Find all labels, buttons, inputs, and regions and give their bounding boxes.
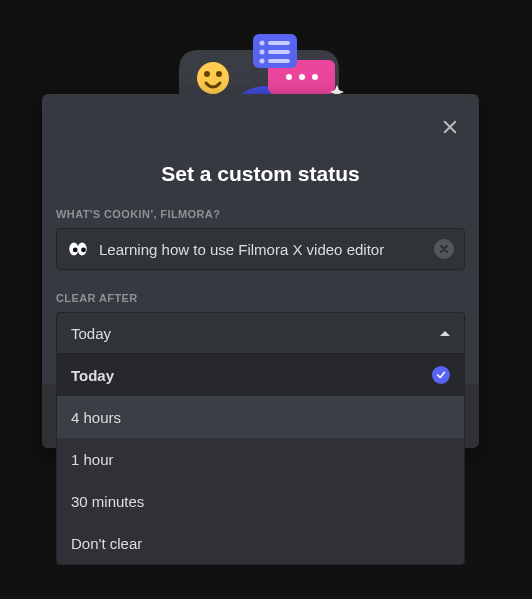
chevron-up-icon: [440, 331, 450, 336]
clear-after-label: CLEAR AFTER: [56, 292, 465, 304]
custom-status-modal: Set a custom status WHAT'S COOKIN', FILM…: [42, 94, 479, 448]
option-1-hour[interactable]: 1 hour: [57, 438, 464, 480]
svg-point-17: [204, 71, 210, 77]
option-30-minutes[interactable]: 30 minutes: [57, 480, 464, 522]
svg-point-7: [299, 74, 305, 80]
svg-rect-11: [268, 41, 290, 45]
option-label: 1 hour: [71, 451, 114, 468]
svg-point-21: [73, 248, 78, 253]
eyes-emoji-icon: [67, 238, 89, 260]
svg-rect-9: [253, 34, 297, 68]
select-value: Today: [71, 325, 111, 342]
svg-rect-13: [268, 50, 290, 54]
option-label: 4 hours: [71, 409, 121, 426]
svg-point-8: [312, 74, 318, 80]
option-label: 30 minutes: [71, 493, 144, 510]
clear-after-dropdown: Today 4 hours 1 hour 30 minutes Don't cl…: [56, 354, 465, 565]
status-input-container: [56, 228, 465, 270]
clear-after-select: Today Today 4 hours 1 hour 30 minutes: [56, 312, 465, 354]
close-button[interactable]: [435, 112, 465, 142]
svg-point-12: [260, 50, 265, 55]
svg-rect-15: [268, 59, 290, 63]
modal-title: Set a custom status: [42, 162, 479, 186]
option-label: Don't clear: [71, 535, 142, 552]
clear-x-icon: [439, 244, 449, 254]
close-icon: [441, 118, 459, 136]
option-today[interactable]: Today: [57, 354, 464, 396]
status-text-input[interactable]: [99, 241, 424, 258]
option-4-hours[interactable]: 4 hours: [57, 396, 464, 438]
option-label: Today: [71, 367, 114, 384]
svg-point-16: [197, 62, 229, 94]
selected-check-icon: [432, 366, 450, 384]
status-field-label: WHAT'S COOKIN', FILMORA?: [56, 208, 465, 220]
svg-point-10: [260, 41, 265, 46]
option-dont-clear[interactable]: Don't clear: [57, 522, 464, 564]
svg-point-6: [286, 74, 292, 80]
svg-point-14: [260, 59, 265, 64]
emoji-picker-button[interactable]: [67, 238, 89, 260]
svg-point-18: [216, 71, 222, 77]
clear-status-button[interactable]: [434, 239, 454, 259]
svg-point-22: [81, 248, 86, 253]
clear-after-select-button[interactable]: Today: [56, 312, 465, 354]
